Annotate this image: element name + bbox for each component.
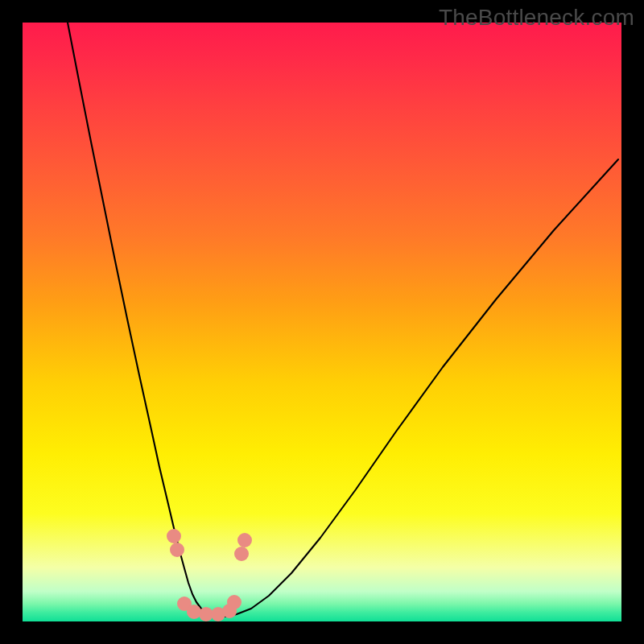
chart-frame: TheBottleneck.com: [0, 0, 644, 644]
curve-marker: [167, 529, 181, 543]
bottleneck-curve: [23, 23, 621, 621]
curve-path: [68, 23, 618, 617]
curve-marker: [227, 595, 242, 609]
curve-markers: [167, 529, 252, 621]
curve-marker: [170, 543, 184, 557]
curve-marker: [187, 605, 201, 619]
curve-marker: [234, 547, 249, 561]
chart-plot-area: [23, 23, 621, 621]
curve-marker: [237, 533, 252, 547]
